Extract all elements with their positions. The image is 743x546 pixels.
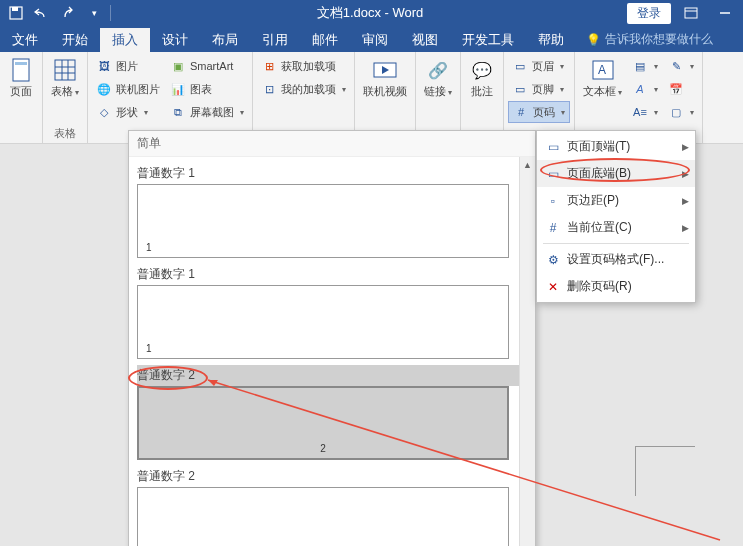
my-addins-button[interactable]: ⊡我的加载项▾ bbox=[257, 78, 350, 100]
quick-parts-button[interactable]: ▤▾ bbox=[628, 55, 662, 77]
tab-home[interactable]: 开始 bbox=[50, 28, 100, 52]
shapes-button[interactable]: ◇形状▾ bbox=[92, 101, 164, 123]
table-icon bbox=[52, 57, 78, 83]
menu-remove-page-numbers[interactable]: ✕删除页码(R) bbox=[537, 273, 695, 300]
menu-current-position[interactable]: #当前位置(C)▶ bbox=[537, 214, 695, 241]
online-picture-icon: 🌐 bbox=[96, 81, 112, 97]
redo-button[interactable] bbox=[58, 3, 78, 23]
menu-format-page-numbers[interactable]: ⚙设置页码格式(F)... bbox=[537, 246, 695, 273]
tab-insert[interactable]: 插入 bbox=[100, 28, 150, 52]
title-bar: ▾ 文档1.docx - Word 登录 bbox=[0, 0, 743, 26]
chart-button[interactable]: 📊图表 bbox=[166, 78, 248, 100]
gallery-item-label: 普通数字 2 bbox=[137, 365, 527, 386]
gallery-item[interactable]: 普通数字 1 1 bbox=[129, 157, 535, 258]
gallery-preview: 2 bbox=[137, 386, 509, 460]
menu-page-top[interactable]: ▭页面顶端(T)▶ bbox=[537, 133, 695, 160]
smartart-label: SmartArt bbox=[190, 60, 233, 72]
submenu-arrow-icon: ▶ bbox=[682, 196, 689, 206]
tab-view[interactable]: 视图 bbox=[400, 28, 450, 52]
date-time-button[interactable]: 📅 bbox=[664, 78, 698, 100]
screenshot-label: 屏幕截图 bbox=[190, 105, 234, 120]
save-button[interactable] bbox=[6, 3, 26, 23]
undo-button[interactable] bbox=[32, 3, 52, 23]
comment-label: 批注 bbox=[471, 85, 493, 97]
gallery-scrollbar[interactable]: ▲ ▼ bbox=[519, 157, 535, 546]
table-button[interactable]: 表格▾ bbox=[47, 55, 83, 126]
online-pictures-label: 联机图片 bbox=[116, 82, 160, 97]
shapes-icon: ◇ bbox=[96, 104, 112, 120]
get-addins-button[interactable]: ⊞获取加载项 bbox=[257, 55, 350, 77]
tab-review[interactable]: 审阅 bbox=[350, 28, 400, 52]
gallery-item[interactable]: 普通数字 2 2 bbox=[129, 460, 535, 546]
minimize-button[interactable] bbox=[711, 3, 739, 23]
scroll-up-icon[interactable]: ▲ bbox=[520, 157, 535, 173]
store-icon: ⊞ bbox=[261, 58, 277, 74]
position-icon: # bbox=[545, 220, 561, 236]
menu-label: 删除页码(R) bbox=[567, 278, 632, 295]
shapes-label: 形状 bbox=[116, 105, 138, 120]
gallery-preview: 2 bbox=[137, 487, 509, 546]
footer-button[interactable]: ▭页脚▾ bbox=[508, 78, 570, 100]
comment-button[interactable]: 💬 批注 bbox=[465, 55, 499, 141]
divider bbox=[110, 5, 111, 21]
gallery-header: 简单 bbox=[129, 131, 535, 157]
page-icon bbox=[8, 57, 34, 83]
menu-page-bottom[interactable]: ▭页面底端(B)▶ bbox=[537, 160, 695, 187]
gallery-item[interactable]: 普通数字 1 1 bbox=[129, 258, 535, 359]
tell-me-search[interactable]: 💡 告诉我你想要做什么 bbox=[576, 27, 723, 52]
tab-references[interactable]: 引用 bbox=[250, 28, 300, 52]
tab-layout[interactable]: 布局 bbox=[200, 28, 250, 52]
tab-help[interactable]: 帮助 bbox=[526, 28, 576, 52]
ribbon-options-button[interactable] bbox=[677, 3, 705, 23]
page-bottom-icon: ▭ bbox=[545, 166, 561, 182]
page-number-icon: # bbox=[513, 104, 529, 120]
gallery-item-selected[interactable]: 普通数字 2 2 bbox=[129, 359, 535, 460]
get-addins-label: 获取加载项 bbox=[281, 59, 336, 74]
online-pictures-button[interactable]: 🌐联机图片 bbox=[92, 78, 164, 100]
chart-icon: 📊 bbox=[170, 81, 186, 97]
tab-mailings[interactable]: 邮件 bbox=[300, 28, 350, 52]
header-icon: ▭ bbox=[512, 58, 528, 74]
login-button[interactable]: 登录 bbox=[627, 3, 671, 24]
tell-me-label: 告诉我你想要做什么 bbox=[605, 31, 713, 48]
links-button[interactable]: 🔗 链接▾ bbox=[420, 55, 456, 141]
page-top-icon: ▭ bbox=[545, 139, 561, 155]
page-number-gallery: 简单 普通数字 1 1 普通数字 1 1 普通数字 2 2 普通数字 2 2 ▲… bbox=[128, 130, 536, 546]
svg-rect-6 bbox=[15, 62, 27, 65]
wordart-button[interactable]: A▾ bbox=[628, 78, 662, 100]
page-number-button[interactable]: #页码▾ bbox=[508, 101, 570, 123]
qat-customize-icon[interactable]: ▾ bbox=[84, 3, 104, 23]
cover-page-button[interactable]: 页面 bbox=[4, 55, 38, 141]
pictures-button[interactable]: 🖼图片 bbox=[92, 55, 164, 77]
tab-developer[interactable]: 开发工具 bbox=[450, 28, 526, 52]
signature-icon: ✎ bbox=[668, 58, 684, 74]
smartart-button[interactable]: ▣SmartArt bbox=[166, 55, 248, 77]
remove-icon: ✕ bbox=[545, 279, 561, 295]
page-corner bbox=[635, 446, 695, 496]
gallery-preview: 1 bbox=[137, 184, 509, 258]
video-label: 联机视频 bbox=[363, 85, 407, 97]
footer-icon: ▭ bbox=[512, 81, 528, 97]
tab-file[interactable]: 文件 bbox=[0, 28, 50, 52]
gallery-preview: 1 bbox=[137, 285, 509, 359]
picture-icon: 🖼 bbox=[96, 58, 112, 74]
svg-text:A: A bbox=[598, 63, 606, 77]
gallery-item-label: 普通数字 1 bbox=[137, 264, 527, 285]
header-button[interactable]: ▭页眉▾ bbox=[508, 55, 570, 77]
drop-cap-button[interactable]: A≡▾ bbox=[628, 101, 662, 123]
gallery-item-label: 普通数字 1 bbox=[137, 163, 527, 184]
menu-label: 设置页码格式(F)... bbox=[567, 251, 664, 268]
text-box-icon: A bbox=[590, 57, 616, 83]
tab-design[interactable]: 设计 bbox=[150, 28, 200, 52]
comment-icon: 💬 bbox=[469, 57, 495, 83]
document-title: 文档1.docx - Word bbox=[117, 4, 623, 22]
signature-button[interactable]: ✎▾ bbox=[664, 55, 698, 77]
menu-separator bbox=[543, 243, 689, 244]
object-button[interactable]: ▢▾ bbox=[664, 101, 698, 123]
scroll-down-icon[interactable]: ▼ bbox=[520, 541, 535, 546]
screenshot-button[interactable]: ⧉屏幕截图▾ bbox=[166, 101, 248, 123]
text-box-button[interactable]: A 文本框▾ bbox=[579, 55, 626, 141]
menu-page-margins[interactable]: ▫页边距(P)▶ bbox=[537, 187, 695, 214]
online-video-button[interactable]: 联机视频 bbox=[359, 55, 411, 141]
menu-label: 当前位置(C) bbox=[567, 219, 632, 236]
